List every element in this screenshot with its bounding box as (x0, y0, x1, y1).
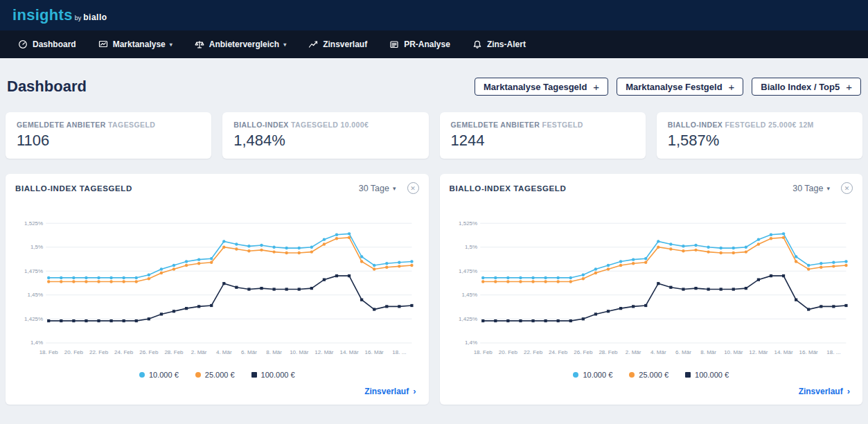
svg-text:22. Feb: 22. Feb (89, 349, 109, 355)
stat-card-anbieter-festgeld: GEMELDETE ANBIETER FESTGELD 1244 (440, 112, 646, 159)
svg-text:8. Mär: 8. Mär (700, 349, 716, 355)
nav-item-anbietervergleich[interactable]: Anbietervergleich ▾ (184, 30, 297, 58)
chart-legend: 10.000 €25.000 €100.000 € (15, 371, 419, 379)
svg-text:1,4%: 1,4% (30, 339, 43, 346)
svg-text:16. Mär: 16. Mär (365, 349, 384, 355)
logo-insights: insights (12, 6, 73, 24)
page-header: Dashboard Marktanalyse Tagesgeld + Markt… (6, 78, 862, 96)
chart-title: BIALLO-INDEX TAGESGELD (450, 184, 567, 193)
stat-value: 1244 (451, 132, 635, 150)
svg-text:4. Mär: 4. Mär (216, 349, 232, 355)
legend-swatch-icon (139, 372, 145, 378)
legend-item[interactable]: 25.000 € (629, 371, 668, 379)
logo-biallo: biallo (83, 12, 107, 22)
chart-card-tagesgeld-left: BIALLO-INDEX TAGESGELD 30 Tage ▾ ✕ 1,4%1… (6, 174, 429, 405)
stat-value: 1,484% (233, 132, 417, 150)
brand-logo[interactable]: insights by biallo (12, 6, 107, 24)
legend-swatch-icon (573, 372, 578, 378)
svg-text:20. Feb: 20. Feb (64, 349, 84, 355)
chart-legend: 10.000 €25.000 €100.000 € (450, 371, 853, 379)
svg-text:1,525%: 1,525% (458, 220, 477, 227)
dashboard-icon (18, 39, 28, 49)
stat-card-anbieter-tagesgeld: GEMELDETE ANBIETER TAGESGELD 1106 (6, 112, 211, 159)
legend-swatch-icon (685, 372, 691, 378)
svg-text:20. Feb: 20. Feb (498, 349, 517, 355)
close-icon[interactable]: ✕ (407, 182, 419, 194)
svg-text:10. Mär: 10. Mär (724, 349, 743, 355)
svg-text:4. Mär: 4. Mär (650, 349, 666, 355)
svg-text:2. Mär: 2. Mär (191, 349, 207, 355)
svg-text:14. Mär: 14. Mär (774, 349, 793, 355)
market-chart-icon (98, 39, 108, 49)
svg-text:12. Mär: 12. Mär (315, 349, 334, 355)
svg-text:1,45%: 1,45% (461, 292, 477, 298)
zinsverlauf-link[interactable]: Zinsverlauf › (364, 386, 416, 396)
svg-text:24. Feb: 24. Feb (549, 349, 568, 355)
zinsverlauf-link[interactable]: Zinsverlauf › (799, 386, 850, 396)
main-nav: Dashboard Marktanalyse ▾ Anbieterverglei… (0, 30, 868, 58)
legend-item[interactable]: 100.000 € (685, 371, 729, 379)
chart-controls: 30 Tage ▾ ✕ (792, 182, 853, 194)
close-icon[interactable]: ✕ (841, 182, 853, 194)
plus-icon: + (846, 81, 852, 93)
charts-row: BIALLO-INDEX TAGESGELD 30 Tage ▾ ✕ 1,4%1… (6, 174, 862, 405)
plus-icon: + (593, 81, 599, 93)
line-chart: 1,4%1,425%1,45%1,475%1,5%1,525%18. Feb20… (15, 198, 419, 369)
line-chart: 1,4%1,425%1,45%1,475%1,5%1,525%18. Feb20… (450, 198, 853, 369)
chevron-down-icon: ▾ (826, 185, 830, 192)
range-selector[interactable]: 30 Tage ▾ (792, 184, 830, 193)
svg-text:18. ...: 18. ... (392, 349, 406, 355)
chart-title: BIALLO-INDEX TAGESGELD (15, 184, 132, 193)
svg-text:24. Feb: 24. Feb (114, 349, 134, 355)
nav-item-dashboard[interactable]: Dashboard (7, 30, 87, 58)
biallo-index-top5-button[interactable]: Biallo Index / Top5 + (752, 78, 861, 96)
svg-text:28. Feb: 28. Feb (164, 349, 184, 355)
nav-item-label: Dashboard (33, 39, 76, 49)
legend-swatch-icon (629, 372, 635, 378)
svg-text:1,475%: 1,475% (24, 268, 43, 274)
marktanalyse-tagesgeld-button[interactable]: Marktanalyse Tagesgeld + (475, 78, 608, 96)
nav-item-zins-alert[interactable]: Zins-Alert (461, 30, 537, 58)
plus-icon: + (729, 81, 735, 93)
chevron-down-icon: ▾ (283, 42, 286, 48)
main-content: Dashboard Marktanalyse Tagesgeld + Markt… (0, 58, 868, 405)
nav-item-pr-analyse[interactable]: PR-Analyse (378, 30, 461, 58)
svg-text:1,425%: 1,425% (24, 316, 43, 322)
stat-card-index-festgeld: BIALLO-INDEX FESTGELD 25.000€ 12M 1,587% (657, 112, 862, 159)
legend-item[interactable]: 10.000 € (573, 371, 612, 379)
legend-swatch-icon (195, 372, 201, 378)
svg-text:10. Mär: 10. Mär (290, 349, 309, 355)
legend-item[interactable]: 10.000 € (139, 371, 179, 379)
svg-text:1,425%: 1,425% (458, 316, 477, 322)
chart-header: BIALLO-INDEX TAGESGELD 30 Tage ▾ ✕ (15, 182, 419, 194)
legend-swatch-icon (251, 372, 257, 378)
svg-text:6. Mär: 6. Mär (675, 349, 691, 355)
chart-footer: Zinsverlauf › (450, 382, 853, 399)
svg-text:14. Mär: 14. Mär (339, 349, 359, 355)
svg-text:12. Mär: 12. Mär (749, 349, 768, 355)
stats-row: GEMELDETE ANBIETER TAGESGELD 1106 BIALLO… (6, 112, 862, 159)
nav-item-label: Zins-Alert (487, 39, 526, 49)
trend-line-icon (308, 39, 318, 49)
logo-by: by (75, 15, 82, 21)
svg-text:1,475%: 1,475% (458, 268, 477, 274)
nav-item-label: Marktanalyse (113, 39, 166, 49)
svg-text:26. Feb: 26. Feb (574, 349, 593, 355)
nav-item-marktanalyse[interactable]: Marktanalyse ▾ (87, 30, 184, 58)
svg-text:8. Mär: 8. Mär (266, 349, 282, 355)
svg-text:2. Mär: 2. Mär (625, 349, 641, 355)
svg-text:6. Mär: 6. Mär (241, 349, 257, 355)
svg-text:1,525%: 1,525% (24, 220, 43, 227)
chart-header: BIALLO-INDEX TAGESGELD 30 Tage ▾ ✕ (450, 182, 853, 194)
legend-item[interactable]: 100.000 € (251, 371, 295, 379)
marktanalyse-festgeld-button[interactable]: Marktanalyse Festgeld + (617, 78, 743, 96)
svg-text:1,5%: 1,5% (464, 244, 477, 250)
svg-text:18. Feb: 18. Feb (39, 349, 59, 355)
svg-text:18. Feb: 18. Feb (473, 349, 493, 355)
legend-item[interactable]: 25.000 € (195, 371, 235, 379)
svg-text:1,5%: 1,5% (30, 244, 43, 250)
svg-text:1,4%: 1,4% (464, 339, 477, 346)
newspaper-icon (389, 39, 399, 49)
range-selector[interactable]: 30 Tage ▾ (359, 184, 396, 193)
nav-item-zinsverlauf[interactable]: Zinsverlauf (297, 30, 378, 58)
